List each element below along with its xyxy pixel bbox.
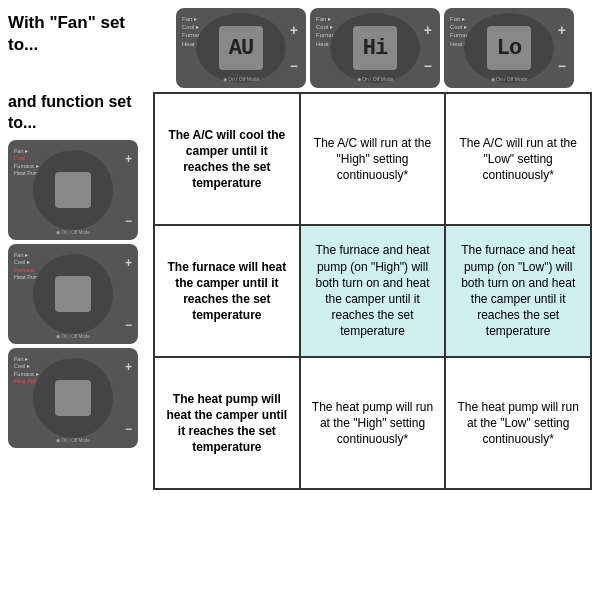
side-thermostat-heatpump-label-fan: Fan ▸ <box>14 356 42 363</box>
header-title: With "Fan" set to... <box>8 8 158 60</box>
thermostat-hi-minus: − <box>424 58 432 74</box>
side-thermostat-cool-bottom: ◉ On / Off Mode <box>56 230 89 235</box>
grid-cell-1-1: The A/C will cool the camper until it re… <box>155 94 301 224</box>
grid-cell-2-2: The furnace and heat pump (on "High") wi… <box>301 226 447 356</box>
grid-cell-3-3: The heat pump will run at the "Low" sett… <box>446 358 590 488</box>
thermostat-au-display: AU <box>219 26 263 70</box>
thermostat-hi: Fan ▸ Cool ▸ Furnace ▸ Heat Pump ▸ + − H… <box>310 8 440 88</box>
grid-row-3: The heat pump will heat the camper until… <box>155 358 590 488</box>
thermostat-au-bottom: ◉ On / Off Mode <box>223 76 260 82</box>
grid-cell-1-3: The A/C will run at the "Low" setting co… <box>446 94 590 224</box>
grid-cell-3-2: The heat pump will run at the "High" set… <box>301 358 447 488</box>
side-thermostat-heatpump-bottom: ◉ On / Off Mode <box>56 438 89 443</box>
side-thermostats: Fan ▸ Cool Furnace ▸ Heat Pump ▸ + − ◉ O… <box>8 140 149 448</box>
side-thermostat-cool-plus: + <box>125 152 132 166</box>
side-thermostat-cool-inner <box>33 150 113 230</box>
side-thermostat-heatpump-label-furnace: Furnace ▸ <box>14 371 42 378</box>
thermostat-lo-inner: Lo <box>464 13 554 83</box>
thermostat-lo-plus: + <box>558 22 566 38</box>
grid-row-1: The A/C will cool the camper until it re… <box>155 94 590 226</box>
thermostat-lo-minus: − <box>558 58 566 74</box>
thermostat-hi-display: Hi <box>353 26 397 70</box>
side-thermostat-furnace-display <box>55 276 91 312</box>
grid-row-2: The furnace will heat the camper until i… <box>155 226 590 358</box>
thermostat-lo-display: Lo <box>487 26 531 70</box>
thermostat-au-inner: AU <box>196 13 286 83</box>
grid-cell-2-3: The furnace and heat pump (on "Low") wil… <box>446 226 590 356</box>
side-thermostat-heatpump-label-cool: Cool ▸ <box>14 363 42 370</box>
header: With "Fan" set to... Fan ▸ Cool ▸ Furnac… <box>8 8 592 88</box>
grid-cell-3-1: The heat pump will heat the camper until… <box>155 358 301 488</box>
side-thermostat-heatpump: Fan ▸ Cool ▸ Furnace ▸ Heat Pump + − ◉ O… <box>8 348 138 448</box>
side-thermostat-furnace: Fan ▸ Cool ▸ Furnace Heat Pump ▸ + − ◉ O… <box>8 244 138 344</box>
side-thermostat-cool-label-cool: Cool <box>14 155 46 162</box>
side-label-text: and function set to... <box>8 92 149 134</box>
thermostat-au: Fan ▸ Cool ▸ Furnace ▸ Heat Pump ▸ + − A… <box>176 8 306 88</box>
info-grid: The A/C will cool the camper until it re… <box>153 92 592 490</box>
thermostat-hi-plus: + <box>424 22 432 38</box>
side-label: and function set to... Fan ▸ Cool Furnac… <box>8 92 153 448</box>
thermostat-lo: Fan ▸ Cool ▸ Furnace ▸ Heat Pump ▸ + − L… <box>444 8 574 88</box>
side-thermostat-cool-minus: − <box>125 214 132 228</box>
side-thermostat-heatpump-plus: + <box>125 360 132 374</box>
main-section: and function set to... Fan ▸ Cool Furnac… <box>8 92 592 490</box>
side-thermostat-heatpump-inner <box>33 358 113 438</box>
side-thermostat-heatpump-display <box>55 380 91 416</box>
side-thermostat-furnace-plus: + <box>125 256 132 270</box>
side-thermostat-furnace-bottom: ◉ On / Off Mode <box>56 334 89 339</box>
grid-cell-1-2: The A/C will run at the "High" setting c… <box>301 94 447 224</box>
side-thermostat-furnace-label-cool: Cool ▸ <box>14 259 46 266</box>
side-thermostat-furnace-inner <box>33 254 113 334</box>
side-thermostat-cool: Fan ▸ Cool Furnace ▸ Heat Pump ▸ + − ◉ O… <box>8 140 138 240</box>
thermostat-lo-bottom: ◉ On / Off Mode <box>491 76 528 82</box>
thermostat-hi-inner: Hi <box>330 13 420 83</box>
header-thermostats: Fan ▸ Cool ▸ Furnace ▸ Heat Pump ▸ + − A… <box>158 8 592 88</box>
thermostat-hi-bottom: ◉ On / Off Mode <box>357 76 394 82</box>
thermostat-au-plus: + <box>290 22 298 38</box>
header-left: With "Fan" set to... <box>8 8 158 60</box>
side-thermostat-furnace-minus: − <box>125 318 132 332</box>
page: With "Fan" set to... Fan ▸ Cool ▸ Furnac… <box>0 0 600 601</box>
side-thermostat-heatpump-minus: − <box>125 422 132 436</box>
grid-cell-2-1: The furnace will heat the camper until i… <box>155 226 301 356</box>
side-thermostat-cool-display <box>55 172 91 208</box>
thermostat-au-minus: − <box>290 58 298 74</box>
side-thermostat-cool-label-fan: Fan ▸ <box>14 148 46 155</box>
side-thermostat-furnace-label-fan: Fan ▸ <box>14 252 46 259</box>
